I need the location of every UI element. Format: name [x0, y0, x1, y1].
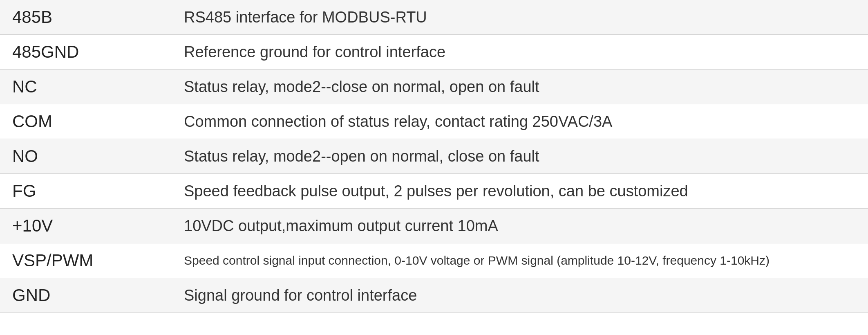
table-row: NOStatus relay, mode2--open on normal, c…	[0, 139, 868, 174]
main-container: VENTEC 485BRS485 interface for MODBUS-RT…	[0, 0, 868, 335]
row-description: Reference ground for control interface	[172, 35, 868, 70]
row-label: COM	[0, 104, 172, 139]
row-label: FG	[0, 174, 172, 209]
row-label: 485B	[0, 0, 172, 35]
row-label: 485GND	[0, 35, 172, 70]
table-row: 485GNDReference ground for control inter…	[0, 35, 868, 70]
row-label: NC	[0, 70, 172, 104]
table-row: NCStatus relay, mode2--close on normal, …	[0, 70, 868, 104]
table-row: +10V10VDC output,maximum output current …	[0, 209, 868, 243]
row-description: 10VDC output,maximum output current 10mA	[172, 209, 868, 243]
table-row: COMCommon connection of status relay, co…	[0, 104, 868, 139]
table-row: GNDSignal ground for control interface	[0, 278, 868, 313]
specs-table: 485BRS485 interface for MODBUS-RTU485GND…	[0, 0, 868, 313]
table-row: VSP/PWMSpeed control signal input connec…	[0, 243, 868, 278]
row-label: +10V	[0, 209, 172, 243]
table-row: 485BRS485 interface for MODBUS-RTU	[0, 0, 868, 35]
row-description: Speed feedback pulse output, 2 pulses pe…	[172, 174, 868, 209]
row-description: RS485 interface for MODBUS-RTU	[172, 0, 868, 35]
row-description: Speed control signal input connection, 0…	[172, 243, 868, 278]
row-label: NO	[0, 139, 172, 174]
table-row: FGSpeed feedback pulse output, 2 pulses …	[0, 174, 868, 209]
row-description: Signal ground for control interface	[172, 278, 868, 313]
row-label: VSP/PWM	[0, 243, 172, 278]
row-description: Common connection of status relay, conta…	[172, 104, 868, 139]
row-label: GND	[0, 278, 172, 313]
row-description: Status relay, mode2--open on normal, clo…	[172, 139, 868, 174]
row-description: Status relay, mode2--close on normal, op…	[172, 70, 868, 104]
